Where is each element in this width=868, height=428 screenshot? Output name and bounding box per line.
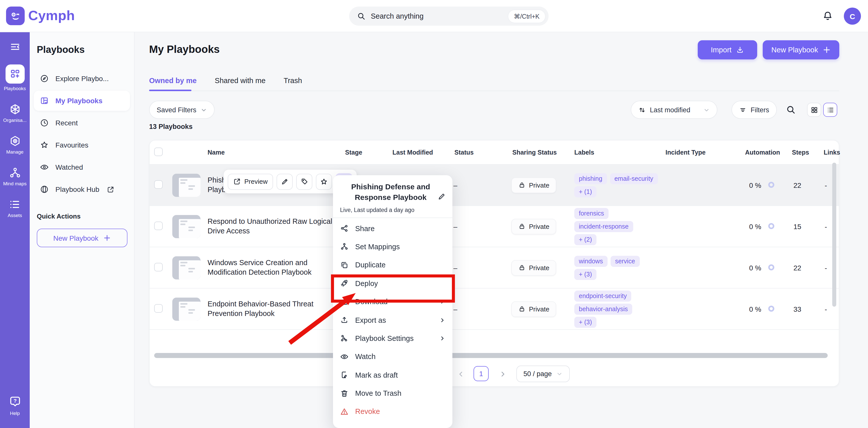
grid-view-toggle[interactable] bbox=[807, 103, 821, 117]
chevron-down-icon bbox=[703, 106, 710, 113]
table-search-icon[interactable] bbox=[786, 105, 796, 115]
column-header-links[interactable]: Links bbox=[824, 149, 840, 156]
sidebar-item-recent[interactable]: Recent bbox=[34, 113, 130, 133]
label-chip[interactable]: forensics bbox=[574, 208, 609, 219]
compass-icon bbox=[40, 74, 49, 83]
label-more-chip[interactable]: + (3) bbox=[574, 269, 596, 280]
table-row[interactable]: Endpoint Behavior-Based Threat Preventio… bbox=[150, 289, 839, 330]
label-chip[interactable]: service bbox=[611, 256, 640, 267]
sidebar-item-playbook-hub[interactable]: Playbook Hub bbox=[34, 179, 130, 199]
label-chip[interactable]: windows bbox=[574, 256, 608, 267]
menu-item-mark-as-draft[interactable]: Mark as draft bbox=[333, 366, 453, 384]
playbook-thumbnail bbox=[172, 173, 200, 197]
column-header-stage[interactable]: Stage bbox=[345, 149, 362, 156]
quick-actions-heading: Quick Actions bbox=[37, 212, 81, 220]
column-header-last-modified[interactable]: Last Modified bbox=[393, 149, 433, 156]
menu-item-playbook-settings[interactable]: Playbook Settings bbox=[333, 329, 453, 348]
import-button[interactable]: Import bbox=[698, 40, 757, 59]
label-chip[interactable]: endpoint-security bbox=[574, 290, 631, 301]
menu-item-label: Duplicate bbox=[355, 261, 385, 269]
pagination-page-1[interactable]: 1 bbox=[473, 366, 489, 381]
menu-item-set-mappings[interactable]: Set Mappings bbox=[333, 238, 453, 256]
collapse-sidebar-button[interactable] bbox=[9, 41, 21, 53]
column-header-status[interactable]: Status bbox=[455, 149, 473, 156]
list-view-toggle[interactable] bbox=[823, 103, 837, 117]
tags-button[interactable] bbox=[297, 173, 313, 190]
menu-item-share[interactable]: Share bbox=[333, 219, 453, 238]
column-header-labels[interactable]: Labels bbox=[574, 149, 594, 156]
label-more-chip[interactable]: + (3) bbox=[574, 317, 596, 328]
sort-dropdown[interactable]: Last modified bbox=[631, 101, 717, 119]
vertical-scrollbar[interactable] bbox=[832, 163, 836, 307]
notifications-bell-icon[interactable] bbox=[822, 10, 833, 22]
rename-pencil-icon[interactable] bbox=[438, 192, 446, 200]
row-checkbox[interactable] bbox=[154, 180, 163, 189]
menu-item-export-as[interactable]: Export as bbox=[333, 311, 453, 329]
labels-cell: phishingemail-security + (1) bbox=[574, 165, 658, 205]
rail-item-help[interactable]: ? Help bbox=[0, 395, 30, 416]
label-chip[interactable]: email-security bbox=[610, 173, 658, 184]
column-header-name[interactable]: Name bbox=[208, 149, 225, 156]
table-header-row: Name Stage Last Modified Status Sharing … bbox=[150, 140, 839, 165]
label-more-chip[interactable]: + (2) bbox=[574, 234, 596, 245]
table-row[interactable]: Respond to Unauthorized Raw Logical Driv… bbox=[150, 206, 839, 247]
playbook-name[interactable]: Respond to Unauthorized Raw Logical Driv… bbox=[208, 217, 334, 236]
rail-item-playbooks[interactable]: Playbooks bbox=[4, 64, 26, 91]
tab-trash[interactable]: Trash bbox=[284, 76, 302, 85]
sidebar-item-watched[interactable]: Watched bbox=[34, 157, 130, 177]
table-row[interactable]: Windows Service Creation and Modificatio… bbox=[150, 247, 839, 289]
menu-item-label: Revoke bbox=[355, 407, 380, 416]
menu-item-revoke[interactable]: Revoke bbox=[333, 402, 453, 421]
user-avatar[interactable]: C bbox=[844, 7, 861, 25]
rail-item-organisations[interactable]: Organisa... bbox=[3, 103, 27, 123]
automation-value: 0 % bbox=[749, 264, 761, 272]
playbook-name[interactable]: Endpoint Behavior-Based Threat Preventio… bbox=[208, 299, 334, 319]
saved-filters-dropdown[interactable]: Saved Filters bbox=[149, 101, 215, 119]
import-button-label: Import bbox=[711, 46, 732, 54]
sidebar-item-explore-playbooks[interactable]: Explore Playbo... bbox=[34, 68, 130, 89]
menu-item-duplicate[interactable]: Duplicate bbox=[333, 256, 453, 274]
tab-owned-by-me[interactable]: Owned by me bbox=[149, 76, 197, 85]
eye-icon bbox=[40, 163, 49, 172]
pagination-next-icon[interactable] bbox=[499, 370, 507, 378]
select-all-checkbox[interactable] bbox=[154, 147, 163, 156]
menu-item-watch[interactable]: Watch bbox=[333, 348, 453, 366]
label-chip[interactable]: phishing bbox=[574, 173, 607, 184]
label-more-chip[interactable]: + (1) bbox=[574, 186, 596, 197]
label-chip[interactable]: incident-response bbox=[574, 221, 633, 232]
search-icon bbox=[357, 12, 366, 21]
tab-shared-with-me[interactable]: Shared with me bbox=[215, 76, 266, 85]
preview-button[interactable]: Preview bbox=[228, 173, 273, 190]
edit-button[interactable] bbox=[277, 173, 293, 190]
column-header-steps[interactable]: Steps bbox=[792, 149, 809, 156]
automation-ring-icon bbox=[768, 305, 774, 311]
pagination-prev-icon[interactable] bbox=[457, 370, 465, 378]
sidebar-item-favourites[interactable]: Favourites bbox=[34, 135, 130, 155]
rail-label: Manage bbox=[6, 149, 24, 155]
star-icon bbox=[40, 140, 49, 150]
column-header-sharing-status[interactable]: Sharing Status bbox=[512, 149, 557, 156]
favourite-star-button[interactable] bbox=[316, 173, 332, 190]
per-page-dropdown[interactable]: 50 / page bbox=[516, 366, 570, 382]
row-checkbox[interactable] bbox=[154, 221, 163, 230]
sidebar-new-playbook-button[interactable]: New Playbook bbox=[37, 229, 127, 247]
sidebar-item-label: Playbook Hub bbox=[55, 185, 99, 193]
sidebar-item-my-playbooks[interactable]: My Playbooks bbox=[34, 91, 130, 111]
filters-button[interactable]: Filters bbox=[732, 101, 777, 119]
playbook-name[interactable]: Windows Service Creation and Modificatio… bbox=[208, 258, 334, 277]
rail-item-manage[interactable]: Manage bbox=[6, 135, 24, 155]
column-header-automation[interactable]: Automation bbox=[745, 149, 780, 156]
row-checkbox[interactable] bbox=[154, 263, 163, 271]
rail-item-assets[interactable]: Assets bbox=[7, 198, 22, 218]
menu-item-move-to-trash[interactable]: Move to Trash bbox=[333, 384, 453, 402]
app-logo[interactable]: Cymph bbox=[6, 6, 75, 25]
column-header-incident-type[interactable]: Incident Type bbox=[665, 149, 706, 156]
rail-item-mindmaps[interactable]: Mind maps bbox=[3, 167, 27, 186]
horizontal-scrollbar[interactable] bbox=[154, 353, 828, 358]
label-chip[interactable]: behavior-analysis bbox=[574, 303, 632, 315]
new-playbook-button[interactable]: New Playbook bbox=[763, 40, 839, 59]
search-shortcut-badge: ⌘/Ctrl+K bbox=[508, 9, 546, 23]
playbook-count: 13 Playbooks bbox=[149, 123, 193, 130]
search-input[interactable]: Search anything ⌘/Ctrl+K bbox=[349, 6, 549, 26]
row-checkbox[interactable] bbox=[154, 304, 163, 312]
